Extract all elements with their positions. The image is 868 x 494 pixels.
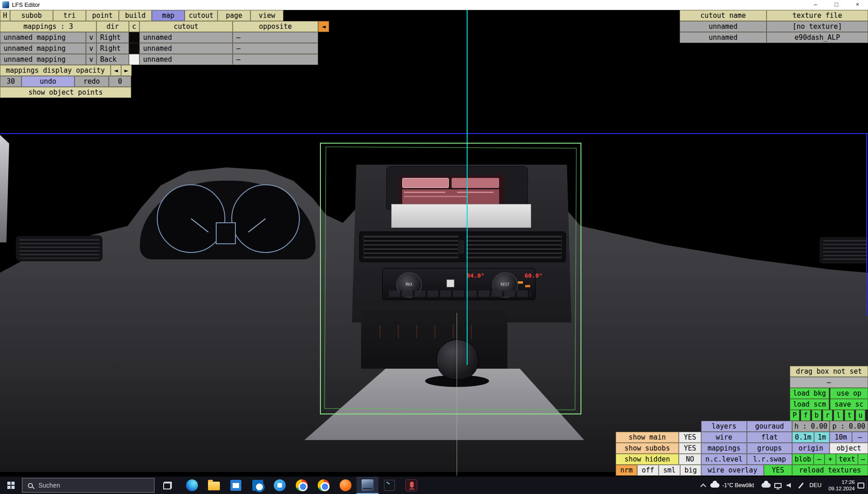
tray-onedrive[interactable] bbox=[761, 477, 772, 494]
taskbar-app-teams[interactable] bbox=[269, 477, 291, 494]
menu-build[interactable]: build bbox=[119, 10, 152, 21]
nrm-sml-button[interactable]: sml bbox=[659, 465, 680, 476]
use-op-button[interactable]: use op bbox=[830, 388, 868, 399]
taskbar-app-recorder[interactable] bbox=[400, 477, 422, 494]
load-scm-button[interactable]: load scm bbox=[790, 399, 829, 410]
mapping-row-color-swatch[interactable] bbox=[129, 54, 139, 65]
menu-h[interactable]: H bbox=[0, 10, 10, 21]
taskbar-app-edge[interactable] bbox=[181, 477, 203, 494]
mapping-row-opposite[interactable]: – bbox=[233, 32, 318, 43]
show-hidden-button[interactable]: show hidden bbox=[616, 454, 679, 465]
language-indicator[interactable]: DEU bbox=[808, 477, 823, 494]
collapse-panel-button[interactable]: ◄ bbox=[318, 21, 329, 32]
taskbar-app-chrome-2[interactable] bbox=[313, 477, 335, 494]
blob-button[interactable]: blob bbox=[792, 454, 814, 465]
save-sc-button[interactable]: save sc bbox=[830, 399, 868, 410]
show-hidden-value[interactable]: NO bbox=[679, 454, 701, 465]
taskbar-app-store[interactable] bbox=[225, 477, 247, 494]
mapping-row-opposite[interactable]: – bbox=[233, 54, 318, 65]
mapping-row-dir[interactable]: Right bbox=[96, 43, 129, 54]
show-main-button[interactable]: show main bbox=[616, 432, 679, 443]
mapping-row-color-swatch[interactable] bbox=[129, 43, 139, 54]
view-front-button[interactable]: f bbox=[801, 410, 810, 421]
gouraud-button[interactable]: gouraud bbox=[747, 421, 792, 432]
view-top-button[interactable]: t bbox=[845, 410, 854, 421]
cutout-row-name[interactable]: unnamed bbox=[680, 21, 767, 32]
flat-button[interactable]: flat bbox=[747, 432, 792, 443]
show-subobs-value[interactable]: YES bbox=[679, 443, 701, 454]
minimize-button[interactable]: – bbox=[805, 0, 826, 10]
layers-button[interactable]: layers bbox=[701, 421, 747, 432]
clock-widget[interactable]: 17:26 09.12.2024 bbox=[824, 479, 855, 492]
mapping-row-cutout[interactable]: unnamed bbox=[139, 54, 233, 65]
mapping-row-v-button[interactable]: v bbox=[86, 54, 96, 65]
wire-overlay-value[interactable]: YES bbox=[764, 465, 792, 476]
groups-button[interactable]: groups bbox=[747, 443, 792, 454]
blob-minus-button[interactable]: – bbox=[814, 454, 825, 465]
text-button[interactable]: text bbox=[836, 454, 858, 465]
view-right-button[interactable]: r bbox=[823, 410, 832, 421]
taskbar-app-terminal[interactable] bbox=[378, 477, 400, 494]
menu-tri[interactable]: tri bbox=[53, 10, 86, 21]
taskbar-app-file-explorer[interactable] bbox=[203, 477, 225, 494]
mapping-row-v-button[interactable]: v bbox=[86, 43, 96, 54]
lr-swap-button[interactable]: l.r.swap bbox=[747, 454, 792, 465]
mapping-row-dir[interactable]: Back bbox=[96, 54, 129, 65]
mapping-row-dir[interactable]: Right bbox=[96, 32, 129, 43]
menu-page[interactable]: page bbox=[218, 10, 250, 21]
wire-overlay-button[interactable]: wire overlay bbox=[701, 465, 764, 476]
nc-level-button[interactable]: n.c.level bbox=[701, 454, 747, 465]
show-object-points-button[interactable]: show object points bbox=[0, 87, 131, 98]
close-button[interactable]: × bbox=[847, 0, 868, 10]
tray-volume[interactable] bbox=[784, 477, 795, 494]
taskbar-app-lfs-editor-active[interactable] bbox=[357, 477, 378, 494]
tray-expand-button[interactable] bbox=[698, 477, 708, 494]
nrm-big-button[interactable]: big bbox=[680, 465, 701, 476]
menu-map-active[interactable]: map bbox=[152, 10, 185, 21]
mapping-row-cutout[interactable]: unnamed bbox=[139, 32, 233, 43]
menu-subob[interactable]: subob bbox=[10, 10, 53, 21]
tray-network[interactable] bbox=[772, 477, 783, 494]
reload-textures-button[interactable]: reload textures bbox=[792, 465, 868, 476]
taskbar-app-outlook[interactable] bbox=[247, 477, 269, 494]
redo-button[interactable]: redo bbox=[75, 76, 109, 87]
start-button[interactable] bbox=[0, 477, 22, 494]
opacity-increase-button[interactable]: ► bbox=[121, 65, 132, 76]
blob-plus-button[interactable]: + bbox=[825, 454, 836, 465]
wire-button[interactable]: wire bbox=[701, 432, 747, 443]
mapping-row-color-swatch[interactable] bbox=[129, 32, 139, 43]
show-subobs-button[interactable]: show subobs bbox=[616, 443, 679, 454]
grid-0-1m-button[interactable]: 0.1m bbox=[792, 432, 814, 443]
load-bkg-button[interactable]: load bkg bbox=[790, 388, 829, 399]
view-under-button[interactable]: u bbox=[856, 410, 865, 421]
show-main-value[interactable]: YES bbox=[679, 432, 701, 443]
task-view-button[interactable] bbox=[157, 477, 177, 494]
cutout-row-name[interactable]: unnamed bbox=[680, 32, 767, 43]
text-minus-button[interactable]: – bbox=[858, 454, 868, 465]
grid-1m-button[interactable]: 1m bbox=[814, 432, 830, 443]
mapping-row-name[interactable]: unnamed mapping bbox=[0, 32, 86, 43]
taskbar-app-chrome[interactable] bbox=[291, 477, 313, 494]
notification-center-button[interactable] bbox=[856, 477, 866, 494]
opacity-decrease-button[interactable]: ◄ bbox=[111, 65, 121, 76]
object-button[interactable]: object bbox=[830, 443, 868, 454]
view-left-button[interactable]: l bbox=[834, 410, 843, 421]
tray-pen[interactable] bbox=[796, 477, 805, 494]
taskbar-app-browser[interactable] bbox=[335, 477, 357, 494]
mapping-row-opposite[interactable]: – bbox=[233, 43, 318, 54]
show-desktop-divider[interactable] bbox=[866, 479, 867, 491]
mapping-row-cutout[interactable]: unnamed bbox=[139, 43, 233, 54]
undo-button[interactable]: undo bbox=[21, 76, 75, 87]
menu-point[interactable]: point bbox=[86, 10, 119, 21]
maximize-button[interactable]: □ bbox=[826, 0, 847, 10]
mapping-row-v-button[interactable]: v bbox=[86, 32, 96, 43]
nrm-button[interactable]: nrm bbox=[616, 465, 637, 476]
grid-dash-button[interactable]: – bbox=[852, 432, 868, 443]
mapping-row-name[interactable]: unnamed mapping bbox=[0, 43, 86, 54]
weather-widget[interactable]: -1°C Bewölkt bbox=[710, 477, 754, 494]
origin-button[interactable]: origin bbox=[792, 443, 830, 454]
nrm-off-button[interactable]: off bbox=[637, 465, 659, 476]
search-box[interactable]: Suchen bbox=[22, 478, 154, 493]
menu-view[interactable]: view bbox=[250, 10, 283, 21]
mappings-button[interactable]: mappings bbox=[701, 443, 747, 454]
